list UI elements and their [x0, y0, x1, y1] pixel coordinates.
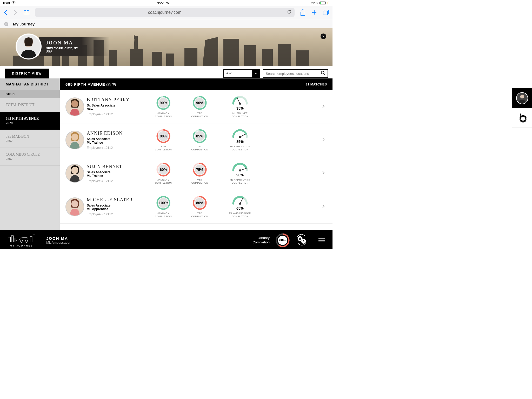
svg-line-49 [240, 168, 247, 170]
store-name: 685 FIFTH AVENUE [65, 82, 105, 87]
menu-icon[interactable] [318, 238, 325, 242]
svg-point-67 [25, 240, 28, 242]
svg-rect-63 [8, 237, 10, 242]
close-tab-button[interactable]: ✕ [4, 22, 8, 26]
sidebar-item[interactable]: TOTAL DISTRICT [0, 98, 60, 112]
translate-icon[interactable]: 喔 A [296, 234, 308, 247]
employee-list[interactable]: BRITTANY PERRYSr. Sales AssociateNewEmpl… [60, 90, 332, 230]
svg-rect-7 [109, 50, 117, 66]
svg-line-31 [237, 98, 240, 104]
new-tab-icon[interactable] [311, 9, 317, 16]
sidebar-item[interactable]: 595 MADISON2557 [0, 130, 60, 148]
sidebar-district-name: MANHATTAN DISTRICT [0, 78, 60, 90]
svg-marker-9 [134, 36, 138, 49]
svg-point-50 [71, 200, 78, 207]
svg-rect-13 [184, 48, 197, 66]
store-id: (2579) [106, 82, 116, 86]
wifi-icon [11, 1, 16, 4]
svg-line-40 [240, 134, 246, 137]
svg-rect-8 [130, 49, 143, 66]
metric-ytd: 85%YTDCOMPLETION [183, 129, 217, 151]
svg-rect-69 [33, 235, 35, 242]
metric-ml: 90%ML APPRENTICECOMPLETION [219, 162, 261, 185]
chevron-right-icon [320, 204, 327, 209]
hero-user-location: NEW YORK CITY, NY [46, 47, 78, 50]
employee-avatar [65, 164, 84, 183]
device-name: iPad [3, 1, 10, 5]
svg-rect-11 [152, 52, 162, 66]
hero-user-country: USA [46, 50, 78, 53]
share-icon[interactable] [300, 9, 306, 16]
metric-ytd: 90%YTDCOMPLETION [183, 95, 217, 118]
url-bar[interactable]: coachjourney.com [35, 8, 295, 17]
metric-ml: 65%ML AMBASSADORCOMPLETION [219, 195, 261, 218]
hero-avatar [16, 34, 42, 59]
svg-point-66 [20, 240, 23, 242]
svg-text:A: A [303, 240, 305, 243]
metric-january: 80%YTDCOMPLETION [147, 129, 180, 151]
employee-row[interactable]: BRITTANY PERRYSr. Sales AssociateNewEmpl… [60, 90, 332, 123]
brand-logo[interactable]: MY JOURNEY [7, 234, 36, 247]
svg-point-41 [71, 167, 78, 174]
svg-rect-65 [14, 238, 16, 242]
footer-user-name: JOON MA [46, 236, 70, 241]
employee-row[interactable]: SUJIN BENNETSales AssociateML TraineeEmp… [60, 157, 332, 190]
svg-point-22 [321, 71, 324, 74]
employee-row[interactable]: ANNIE EDISONSales AssociateML TraineeEmp… [60, 123, 332, 157]
carriage-skyline-icon [7, 234, 36, 243]
controls-row: DISTRICT VIEW A-Z [0, 66, 332, 78]
sidebar-item[interactable]: COLUMBUS CIRCLE2567 [0, 148, 60, 166]
svg-rect-18 [278, 44, 291, 66]
metric-january: 60%JANUARYCOMPLETION [147, 162, 180, 185]
sidebar: MANHATTAN DISTRICT STORE TOTAL DISTRICT6… [0, 78, 60, 230]
bookmarks-icon[interactable] [23, 9, 30, 16]
browser-toolbar: coachjourney.com [0, 6, 332, 19]
employee-row[interactable]: MICHELLE SLATERSales AssociateML Apprent… [60, 190, 332, 223]
svg-point-23 [71, 100, 78, 107]
footer-bar: MY JOURNEY JOON MA ML Ambassador January… [0, 230, 332, 249]
svg-rect-16 [244, 45, 256, 66]
sort-dropdown[interactable]: A-Z [223, 69, 260, 78]
hero-close-button[interactable]: ✕ [321, 34, 326, 39]
chevron-right-icon [320, 137, 327, 143]
svg-point-32 [71, 134, 78, 141]
sort-value: A-Z [224, 70, 252, 77]
chevron-right-icon [320, 104, 327, 109]
metric-ml: 85%ML APPRENTICECOMPLETION [219, 129, 261, 151]
metric-ml: 35%ML TRAINEECOMPLETION [219, 95, 261, 118]
svg-rect-64 [11, 236, 14, 242]
match-count: 31 MATCHES [306, 82, 327, 86]
device-status-bar: iPad 9:22 PM 22% ⚡ [0, 0, 332, 6]
back-button[interactable] [4, 10, 8, 15]
employee-info: MICHELLE SLATERSales AssociateML Apprent… [87, 197, 144, 216]
sidebar-item[interactable]: 685 FIFTH AVENUE2579 [0, 112, 60, 130]
svg-text:喔: 喔 [299, 237, 301, 240]
metric-ytd: 80%YTDCOMPLETION [183, 195, 217, 218]
search-input[interactable] [266, 72, 325, 76]
hero-banner: JOON MA NEW YORK CITY, NY USA ✕ [0, 28, 332, 66]
tab-title: My Journey [13, 22, 35, 26]
footer-completion-ring: 60% [275, 233, 290, 248]
sidebar-section-label: STORE [0, 90, 60, 98]
battery-icon: ⚡ [320, 2, 329, 4]
tab-bar: ✕ My Journey [0, 19, 332, 28]
svg-rect-68 [30, 236, 32, 242]
svg-rect-15 [223, 39, 239, 66]
brand-text: MY JOURNEY [10, 244, 33, 247]
reload-icon[interactable] [287, 10, 291, 15]
employee-avatar [65, 131, 84, 149]
clock: 9:22 PM [157, 1, 170, 5]
employee-info: SUJIN BENNETSales AssociateML TraineeEmp… [87, 164, 144, 183]
search-input-wrapper[interactable] [263, 69, 328, 78]
chevron-right-icon [320, 171, 327, 176]
district-view-button[interactable]: DISTRICT VIEW [5, 69, 49, 78]
tabs-icon[interactable] [323, 9, 329, 16]
svg-line-58 [240, 198, 243, 204]
footer-user-block: JOON MA ML Ambassador [46, 236, 70, 244]
forward-button[interactable] [14, 10, 18, 15]
employee-avatar [65, 97, 84, 116]
svg-marker-14 [203, 37, 218, 66]
metric-january: 90%JANUARYCOMPLETION [147, 95, 180, 118]
search-icon [321, 71, 325, 76]
employee-info: ANNIE EDISONSales AssociateML TraineeEmp… [87, 131, 144, 150]
